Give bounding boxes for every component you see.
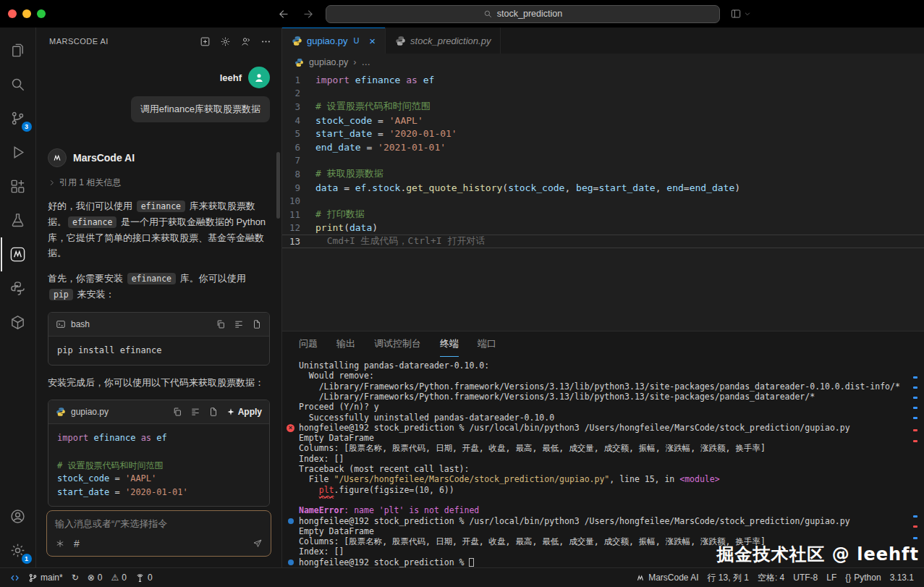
bash-code-block: bash pip install efinance [48,312,270,366]
chat-paragraph: 安装完成后，你可以使用以下代码来获取股票数据： [48,375,270,391]
vscode-window: stock_prediction 3 1 [0,0,924,587]
status-problems-warnings[interactable]: ⚠0 [107,568,131,587]
panel-tab-ports[interactable]: 端口 [478,331,496,357]
source-control-icon[interactable]: 3 [1,101,35,135]
new-file-icon[interactable] [252,319,262,329]
settings-badge: 1 [22,554,32,564]
panel-tab-output[interactable]: 输出 [336,331,355,357]
chevron-down-icon [744,10,751,17]
chat-paragraph: 好的，我们可以使用 efinance 库来获取股票数据。efinance 是一个… [48,198,270,261]
terminal-line: Columns: [股票名称, 股票代码, 日期, 开盘, 收盘, 最高, 最低… [299,443,914,453]
more-actions-icon[interactable] [260,36,271,47]
apply-button[interactable]: Apply [226,407,262,417]
status-cursor-position[interactable]: 行 13, 列 1 [703,568,753,587]
profile-icon[interactable] [240,36,251,47]
code-editor[interactable]: 1import efinance as ef23# 设置股票代码和时间范围4st… [282,71,924,331]
workbench: 3 1 MARSCODE AI [0,28,924,567]
status-problems-errors[interactable]: ⊗0 [83,568,107,587]
status-python-version[interactable]: 3.13.1 [886,568,918,587]
close-tab-icon[interactable]: × [369,35,376,46]
code-line: 7 [282,154,924,168]
insert-at-cursor-icon[interactable] [190,407,200,417]
reference-toggle[interactable]: 引用 1 相关信息 [48,177,270,189]
panel-tab-debug-console[interactable]: 调试控制台 [374,331,421,357]
remote-icon [10,573,20,583]
code-line: 5start_date = '2020-01-01' [282,127,924,140]
run-debug-icon[interactable] [1,135,35,169]
skills-icon[interactable] [55,539,65,549]
close-window-button[interactable] [8,9,17,18]
tab-gupiao.py[interactable]: gupiao.pyU× [282,28,386,54]
status-label: 0 [148,573,153,583]
chat-input[interactable]: 输入消息或者“/”来选择指令 # [46,510,271,557]
git-status-badge: U [353,36,359,45]
search-text: stock_prediction [497,9,562,19]
terminal-output[interactable]: Uninstalling pandas-datareader-0.10.0: W… [282,357,924,567]
search-icon[interactable] [1,67,35,101]
chat-code-line: stock_code = 'AAPL' [57,472,260,486]
tab-stock_prediction.py[interactable]: stock_prediction.py [386,28,501,54]
breadcrumb-more[interactable]: … [361,57,370,67]
panel-header: 问题输出调试控制台终端端口 [282,331,924,357]
status-label: 行 13, 列 1 [708,572,749,584]
python-extension-icon[interactable] [1,271,35,305]
new-file-icon[interactable] [208,407,219,417]
copy-icon[interactable] [216,319,226,329]
settings-gear-icon[interactable]: 1 [1,533,35,567]
status-git-branch[interactable]: main* [24,568,67,587]
status-sync[interactable]: ↻ [67,568,83,587]
chevron-right-icon: › [353,57,356,67]
sparkle-icon [226,407,235,416]
code-line: 11# 打印数据 [282,208,924,221]
go-forward-icon[interactable] [302,8,314,20]
extension-cube-icon[interactable] [1,305,35,339]
error-icon: ⊗ [88,573,95,583]
zoom-window-button[interactable] [37,9,46,18]
insert-at-cursor-icon[interactable] [234,319,244,329]
panel-tab-terminal[interactable]: 终端 [440,331,459,357]
layout-toggle-button[interactable] [730,8,751,20]
terminal-line: Empty DataFrame [299,526,914,536]
window-controls [0,9,52,18]
status-encoding[interactable]: UTF-8 [789,568,822,587]
activity-bar: 3 1 [0,28,36,567]
send-icon[interactable] [253,539,263,549]
breadcrumb-file[interactable]: gupiao.py [309,57,348,67]
code-line: 10 [282,194,924,208]
context-tag-button[interactable]: # [74,538,80,549]
terminal-line: hongfeilee@192 stock_prediction % /usr/l… [299,423,914,433]
extensions-icon[interactable] [1,169,35,203]
panel-tab-problems[interactable]: 问题 [299,331,318,357]
settings-icon[interactable] [220,36,231,47]
status-forwarded-ports[interactable]: 0 [131,568,157,587]
editor-area: gupiao.pyU×stock_prediction.py gupiao.py… [282,28,924,567]
status-eol[interactable]: LF [822,568,841,587]
status-remote[interactable] [6,568,24,587]
minimize-window-button[interactable] [22,9,31,18]
terminal-line: hongfeilee@192 stock_prediction % /usr/l… [299,516,914,526]
status-indentation[interactable]: 空格: 4 [753,568,789,587]
explorer-icon[interactable] [1,33,35,67]
copy-icon[interactable] [172,407,182,417]
editor-tabs: gupiao.pyU×stock_prediction.py [282,28,924,54]
terminal-line: Would remove: [299,371,914,381]
breadcrumb[interactable]: gupiao.py › … [282,54,924,71]
go-back-icon[interactable] [278,8,290,20]
status-marscode[interactable]: MarsCode AI [632,568,703,587]
ruler-tick [913,376,917,379]
python-file-icon [292,35,302,46]
command-center-search[interactable]: stock_prediction [326,5,720,23]
marscode-ai-icon[interactable] [1,237,35,271]
status-language-mode[interactable]: {}Python [841,568,885,587]
status-label: main* [41,573,63,583]
new-chat-icon[interactable] [200,36,211,47]
ruler-tick [913,440,917,442]
code-line: 12print(data) [282,221,924,235]
watermark: 掘金技术社区 @ leehft [717,543,920,566]
code-line: 8# 获取股票数据 [282,167,924,181]
account-icon[interactable] [1,499,35,533]
terminal-line: Uninstalling pandas-datareader-0.10.0: [299,360,914,371]
sidebar-scrollbar[interactable] [276,152,280,219]
marscode-icon [636,573,645,583]
testing-flask-icon[interactable] [1,203,35,237]
